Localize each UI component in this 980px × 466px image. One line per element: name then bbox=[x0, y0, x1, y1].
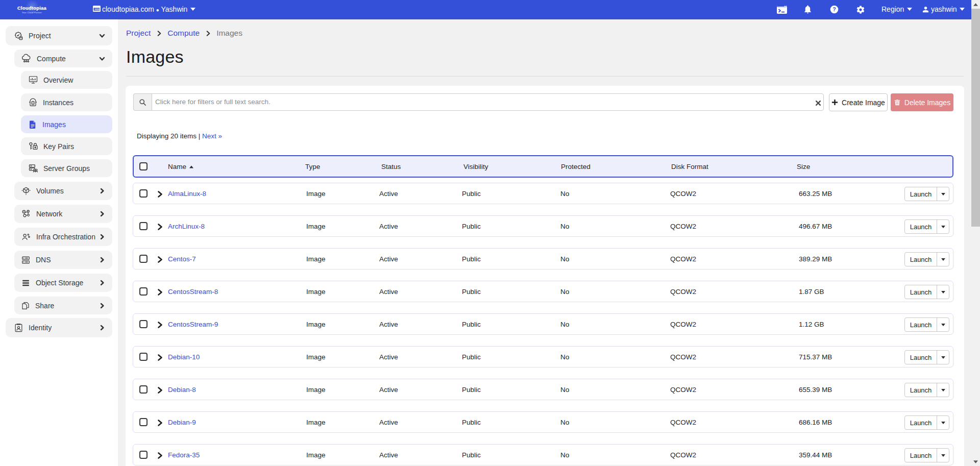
svg-text:?: ? bbox=[832, 6, 836, 12]
